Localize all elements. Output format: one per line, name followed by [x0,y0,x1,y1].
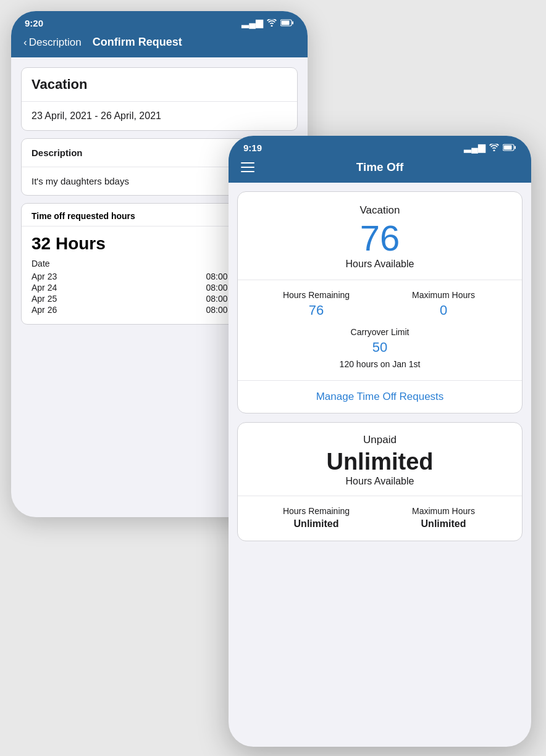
row-date: Apr 26 [32,305,81,315]
unpaid-hours-remaining-label: Hours Remaining [253,506,380,516]
hamburger-line [241,167,254,168]
front-status-icons: ▂▄▆ [464,142,516,153]
carryover-value: 50 [253,339,507,355]
wifi-icon [267,18,277,28]
vacation-top-section: Vacation 76 Hours Available [238,192,522,280]
unpaid-max-hours-stat: Maximum Hours Unlimited [380,506,507,530]
vacation-hours-available-label: Hours Available [250,259,510,270]
svg-rect-4 [504,145,512,149]
unpaid-bottom-section: Hours Remaining Unlimited Maximum Hours … [238,496,522,541]
row-date: Apr 25 [32,294,81,304]
manage-time-off-link[interactable]: Manage Time Off Requests [316,391,444,402]
unpaid-stats-row: Hours Remaining Unlimited Maximum Hours … [253,506,507,530]
carryover-label: Carryover Limit [253,327,507,337]
unpaid-hours-available-label: Hours Available [250,476,510,487]
back-status-bar: 9:20 ▂▄▆ [11,11,308,32]
date-column-header: Date [32,259,50,268]
carryover-section: Carryover Limit 50 120 hours on Jan 1st [253,327,507,369]
battery-icon [503,143,516,153]
unpaid-max-hours-label: Maximum Hours [380,506,507,516]
svg-rect-2 [292,21,293,24]
unpaid-max-hours-value: Unlimited [380,518,507,530]
back-status-icons: ▂▄▆ [242,17,294,28]
max-hours-stat: Maximum Hours 0 [380,290,507,318]
unpaid-top-section: Unpaid Unlimited Hours Available [238,423,522,496]
manage-time-off-section[interactable]: Manage Time Off Requests [238,381,522,413]
stats-row: Hours Remaining 76 Maximum Hours 0 [253,290,507,318]
time-off-phone: 9:19 ▂▄▆ Time Off [229,136,531,747]
back-button[interactable]: ‹ Description [23,36,82,49]
carryover-sub: 120 hours on Jan 1st [253,359,507,369]
description-header: Description [32,147,83,158]
date-range: 23 April, 2021 - 26 April, 2021 [22,102,297,130]
battery-icon [280,18,294,28]
hours-remaining-value: 76 [253,302,380,318]
signal-icon: ▂▄▆ [464,142,485,153]
svg-rect-1 [282,20,290,25]
row-date: Apr 23 [32,272,81,281]
hours-remaining-stat: Hours Remaining 76 [253,290,380,318]
max-hours-value: 0 [380,302,507,318]
front-content: Vacation 76 Hours Available Hours Remain… [229,183,531,550]
wifi-icon [489,143,499,153]
front-time: 9:19 [243,143,262,153]
front-status-bar: 9:19 ▂▄▆ [229,136,531,157]
unpaid-hours-remaining-stat: Hours Remaining Unlimited [253,506,380,530]
hamburger-menu[interactable] [241,162,254,172]
unpaid-type-label: Unpaid [250,434,510,446]
vacation-title: Vacation [22,68,297,102]
front-nav-bar: Time Off [229,157,531,183]
unpaid-card: Unpaid Unlimited Hours Available Hours R… [237,422,523,541]
svg-rect-5 [514,146,516,149]
hours-remaining-label: Hours Remaining [253,290,380,300]
hamburger-line [241,171,254,172]
back-nav-bar: ‹ Description Confirm Request [11,32,308,57]
front-nav-title: Time Off [356,160,404,174]
back-button-label: Description [29,36,82,49]
row-date: Apr 24 [32,283,81,293]
vacation-type-label: Vacation [250,204,510,217]
vacation-hours-big: 76 [250,220,510,256]
vacation-middle-section: Hours Remaining 76 Maximum Hours 0 Carry… [238,280,522,381]
back-chevron-icon: ‹ [23,36,27,49]
back-time: 9:20 [25,18,43,28]
unpaid-hours-remaining-value: Unlimited [253,518,380,530]
hamburger-line [241,162,254,164]
max-hours-label: Maximum Hours [380,290,507,300]
vacation-card: Vacation 76 Hours Available Hours Remain… [237,191,523,413]
signal-icon: ▂▄▆ [242,17,263,28]
unpaid-hours-big: Unlimited [250,450,510,473]
back-nav-title: Confirm Request [93,36,182,49]
vacation-info-card: Vacation 23 April, 2021 - 26 April, 2021 [21,67,298,131]
